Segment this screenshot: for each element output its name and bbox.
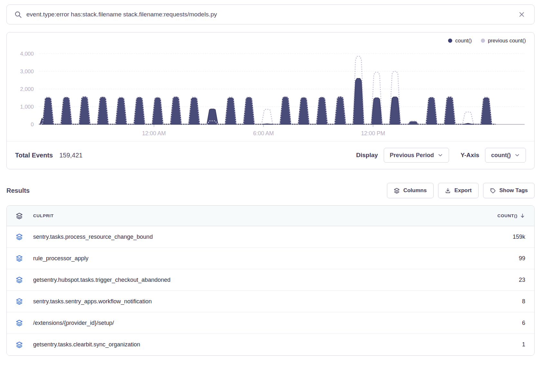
search-input[interactable] — [26, 11, 512, 18]
culprit-cell: sentry.tasks.sentry_apps.workflow_notifi… — [33, 298, 152, 305]
display-label: Display — [356, 152, 378, 159]
clear-search-icon[interactable] — [517, 10, 527, 19]
results-header: Results Columns Export — [6, 183, 535, 198]
count-series-dot — [448, 39, 452, 43]
svg-text:3,000: 3,000 — [20, 68, 34, 75]
legend-label: count() — [455, 38, 472, 44]
legend-item-count[interactable]: count() — [448, 38, 472, 44]
chevron-down-icon — [438, 153, 443, 158]
svg-text:0: 0 — [31, 121, 34, 128]
chart-footer: Total Events 159,421 Display Previous Pe… — [7, 141, 534, 169]
count-cell: 159k — [513, 234, 525, 240]
previous-count-series-dot — [481, 39, 485, 43]
culprit-cell: sentry.tasks.process_resource_change_bou… — [33, 234, 153, 240]
search-icon — [14, 11, 22, 18]
culprit-cell: getsentry.tasks.clearbit.sync_organizati… — [33, 341, 140, 348]
culprit-cell: /extensions/{provider_id}/setup/ — [33, 320, 114, 326]
columns-button[interactable]: Columns — [387, 183, 434, 198]
total-events-value: 159,421 — [59, 152, 82, 159]
count-cell: 99 — [519, 255, 525, 262]
count-cell: 1 — [522, 341, 525, 348]
table-row: rule_processor_apply 99 — [7, 248, 534, 269]
download-icon — [445, 188, 451, 194]
table-row: getsentry.tasks.clearbit.sync_organizati… — [7, 334, 534, 355]
layers-icon[interactable] — [16, 212, 23, 219]
table-row: sentry.tasks.process_resource_change_bou… — [7, 226, 534, 248]
column-header-culprit[interactable]: CULPRIT — [33, 213, 54, 218]
count-cell: 23 — [519, 277, 525, 283]
total-events-label: Total Events — [15, 152, 53, 159]
search-bar — [6, 4, 535, 24]
layers-icon — [394, 188, 400, 194]
table-row: getsentry.hubspot.tasks.trigger_checkout… — [7, 269, 534, 291]
column-header-count[interactable]: COUNT() — [497, 213, 525, 218]
svg-text:12:00 PM: 12:00 PM — [361, 130, 385, 137]
discover-page: count() previous count() 01,0002,0003,00… — [0, 0, 541, 392]
events-time-series-chart[interactable]: 01,0002,0003,0004,00012:00 AM6:00 AM12:0… — [14, 45, 527, 141]
table-body: sentry.tasks.process_resource_change_bou… — [7, 226, 534, 355]
yaxis-select[interactable]: count() — [485, 148, 526, 163]
display-select[interactable]: Previous Period — [384, 148, 449, 163]
count-cell: 8 — [522, 298, 525, 305]
legend-item-previous-count[interactable]: previous count() — [481, 38, 526, 44]
row-actions-layers-icon[interactable] — [16, 255, 23, 262]
svg-text:2,000: 2,000 — [20, 86, 34, 92]
sort-desc-icon — [520, 213, 525, 218]
yaxis-label: Y-Axis — [461, 152, 479, 159]
culprit-cell: rule_processor_apply — [33, 255, 88, 262]
row-actions-layers-icon[interactable] — [16, 276, 23, 283]
svg-text:1,000: 1,000 — [20, 104, 34, 110]
show-tags-button[interactable]: Show Tags — [483, 183, 535, 198]
culprit-cell: getsentry.hubspot.tasks.trigger_checkout… — [33, 277, 170, 283]
svg-text:4,000: 4,000 — [20, 51, 34, 57]
svg-text:6:00 AM: 6:00 AM — [253, 130, 274, 137]
row-actions-layers-icon[interactable] — [16, 298, 23, 305]
table-row: /extensions/{provider_id}/setup/ 6 — [7, 312, 534, 334]
chevron-down-icon — [515, 153, 520, 158]
table-header: CULPRIT COUNT() — [7, 206, 534, 226]
chart-legend: count() previous count() — [7, 32, 534, 45]
tag-icon — [490, 188, 496, 194]
count-cell: 6 — [522, 320, 525, 326]
row-actions-layers-icon[interactable] — [16, 319, 23, 326]
results-title: Results — [6, 187, 30, 194]
events-chart-card: count() previous count() 01,0002,0003,00… — [6, 32, 535, 169]
export-button[interactable]: Export — [438, 183, 479, 198]
results-table: CULPRIT COUNT() sentry.tasks.process_res… — [6, 205, 535, 356]
table-row: sentry.tasks.sentry_apps.workflow_notifi… — [7, 291, 534, 312]
row-actions-layers-icon[interactable] — [16, 341, 23, 348]
row-actions-layers-icon[interactable] — [16, 233, 23, 240]
svg-text:12:00 AM: 12:00 AM — [142, 130, 166, 137]
legend-label: previous count() — [488, 38, 526, 44]
